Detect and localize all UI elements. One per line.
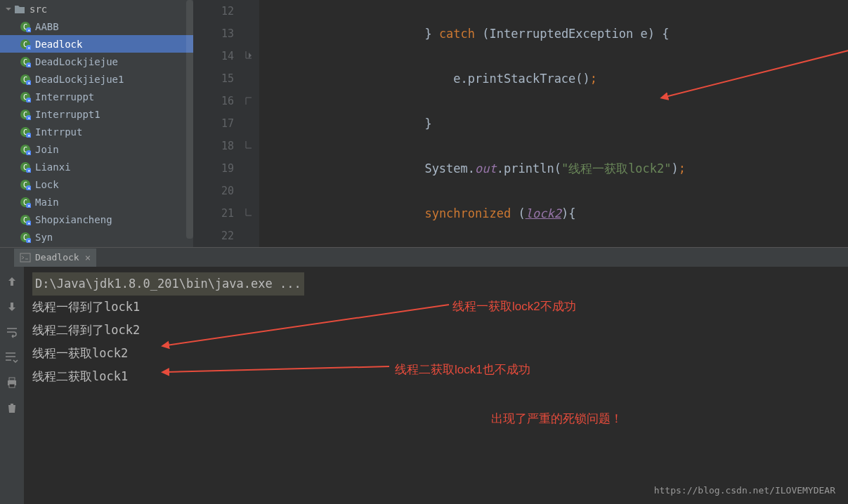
class-icon: C (20, 232, 31, 243)
project-tree[interactable]: src CAABBCDeadlockCDeadLockjiejueCDeadLo… (0, 0, 193, 247)
class-icon: C (20, 56, 31, 67)
run-tab-bar: Deadlock × (0, 247, 848, 267)
class-icon: C (20, 91, 31, 102)
svg-rect-40 (20, 253, 30, 262)
tree-item-label: Lianxi (35, 161, 71, 173)
class-icon: C (20, 74, 31, 85)
console-line: D:\Java\jdk1.8.0_201\bin\java.exe ... (32, 272, 304, 296)
tree-item-aabb[interactable]: CAABB (0, 18, 193, 35)
class-icon: C (20, 214, 31, 225)
up-arrow-icon[interactable] (6, 275, 18, 288)
annotation-text: 出现了严重的死锁问题！ (491, 407, 622, 430)
print-icon[interactable] (6, 376, 18, 389)
svg-rect-43 (9, 384, 15, 387)
wrap-icon[interactable] (6, 326, 18, 338)
fold-end-icon (244, 208, 254, 218)
tab-label: Deadlock (35, 252, 79, 263)
console-output[interactable]: D:\Java\jdk1.8.0_201\bin\java.exe ... 线程… (24, 267, 848, 504)
tree-item-label: Shopxiancheng (35, 214, 112, 225)
class-icon: C (20, 197, 31, 208)
tree-item-interruppt[interactable]: CInterruppt (0, 88, 193, 105)
folder-icon (14, 4, 25, 14)
tree-item-lock[interactable]: CLock (0, 175, 193, 193)
class-icon: C (20, 39, 31, 50)
tree-item-label: Interruppt1 (35, 109, 100, 120)
tree-item-label: DeadLockjiejue1 (35, 74, 124, 85)
fold-end-icon (244, 51, 254, 60)
class-icon: C (20, 161, 31, 173)
class-icon: C (20, 179, 31, 190)
tree-item-label: Lock (35, 179, 59, 190)
tree-item-label: Main (35, 197, 59, 208)
tree-item-lianxi[interactable]: CLianxi (0, 158, 193, 175)
scroll-icon[interactable] (6, 351, 18, 364)
tree-item-interruppt1[interactable]: CInterruppt1 (0, 105, 193, 123)
console-line: 线程一得到了lock1 (32, 296, 840, 319)
code-content[interactable]: } catch (InterruptedException e) { e.pri… (259, 0, 848, 247)
tree-item-label: DeadLockjiejue (35, 56, 118, 67)
down-arrow-icon[interactable] (6, 300, 18, 313)
watermark: https://blog.csdn.net/ILOVEMYDEAR (654, 485, 835, 496)
console-line: 线程二得到了lock2 (32, 319, 840, 342)
tree-item-label: Syn (35, 232, 53, 243)
class-icon: C (20, 144, 31, 155)
tab-deadlock[interactable]: Deadlock × (14, 248, 96, 267)
sidebar-scrollbar[interactable] (186, 0, 193, 239)
close-icon[interactable]: × (85, 252, 91, 263)
tree-item-shopxiancheng[interactable]: CShopxiancheng (0, 211, 193, 228)
chevron-down-icon (4, 5, 13, 13)
fold-end-icon (244, 140, 254, 150)
tree-item-join[interactable]: CJoin (0, 140, 193, 158)
class-icon: C (20, 126, 31, 138)
console-tab-icon (20, 253, 31, 263)
code-editor[interactable]: 12 13 14 15 16 17 18 19 20 21 22 } catch… (193, 0, 848, 247)
tree-folder-label: src (30, 4, 47, 15)
line-gutter: 12 13 14 15 16 17 18 19 20 21 22 (193, 0, 259, 247)
console-toolbar (0, 267, 24, 504)
tree-folder-src[interactable]: src (0, 0, 193, 18)
tree-item-label: Join (35, 144, 59, 155)
tree-item-main[interactable]: CMain (0, 193, 193, 211)
tree-item-deadlockjiejue1[interactable]: CDeadLockjiejue1 (0, 70, 193, 88)
trash-icon[interactable] (6, 402, 18, 414)
annotation-text: 线程一获取lock2不成功 (452, 295, 576, 318)
tree-item-label: Intrrput (35, 126, 82, 138)
tree-item-syn[interactable]: CSyn (0, 228, 193, 246)
fold-start-icon (244, 95, 254, 105)
class-icon: C (20, 109, 31, 120)
tree-item-intrrput[interactable]: CIntrrput (0, 123, 193, 140)
svg-rect-42 (9, 378, 15, 380)
tree-item-label: Interruppt (35, 91, 94, 102)
annotation-text: 线程二获取lock1也不成功 (395, 358, 530, 381)
tree-item-label: AABB (35, 21, 59, 32)
tree-item-deadlock[interactable]: CDeadlock (0, 35, 193, 53)
class-icon: C (20, 21, 31, 32)
tree-item-label: Deadlock (35, 39, 82, 50)
tree-item-deadlockjiejue[interactable]: CDeadLockjiejue (0, 53, 193, 70)
